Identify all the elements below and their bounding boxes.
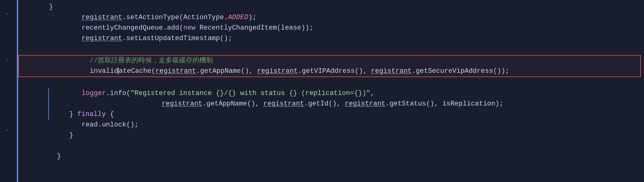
- code-line: [18, 141, 644, 151]
- code-line-unlock: read.unlock();: [18, 120, 644, 130]
- breakpoint-icon[interactable]: ⊙: [6, 11, 11, 17]
- gutter-left: ⊙ ⊙ ⊙: [0, 0, 17, 182]
- breakpoint-icon-3[interactable]: ⊙: [6, 127, 11, 133]
- code-line-close-finally: }: [18, 130, 644, 141]
- code-line-invalidate: invalidateCache(registrant.getAppName(),…: [19, 66, 640, 77]
- code-line-final-brace: }: [18, 151, 644, 162]
- editor-container: ⊙ ⊙ ⊙ } registrant.setActionType(ActionT…: [0, 0, 644, 182]
- breakpoint-icon-2[interactable]: ⊙: [6, 57, 11, 62]
- highlighted-block: //抓取註冊表的時候，走多級緩存的機制 invalidateCache(regi…: [18, 55, 641, 77]
- code-line: registrant.setLastUpdatedTimestamp();: [18, 33, 644, 44]
- code-area[interactable]: } registrant.setActionType(ActionType.AD…: [18, 0, 644, 182]
